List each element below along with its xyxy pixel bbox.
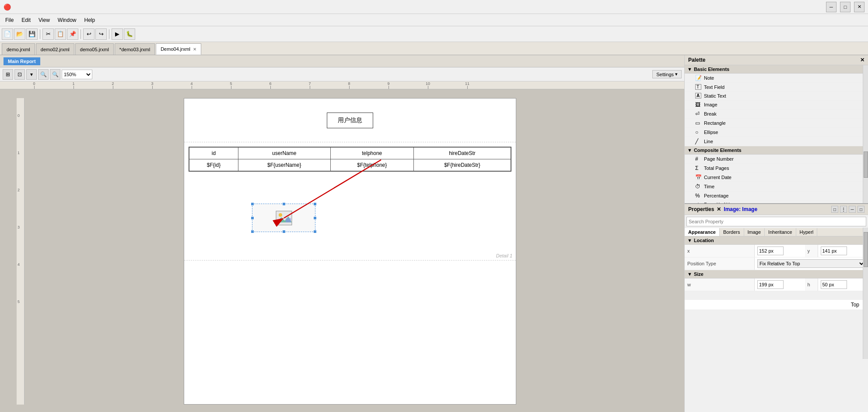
canvas-area[interactable]: 0 1 2 3 4 5 6 7 8 xyxy=(0,81,684,412)
resize-handle-bl[interactable] xyxy=(251,230,254,233)
prop-x-label: x xyxy=(685,245,755,257)
toolbar-cut[interactable]: ✂ xyxy=(42,28,54,40)
toolbar-undo[interactable]: ↩ xyxy=(83,28,94,40)
tab-inheritance[interactable]: Inheritance xyxy=(765,228,796,236)
toolbar-paste[interactable]: 📌 xyxy=(67,28,78,40)
property-search-input[interactable] xyxy=(686,217,866,226)
palette-item-line[interactable]: ╱ Line xyxy=(685,137,863,146)
toolbar-copy[interactable]: 📋 xyxy=(55,28,66,40)
resize-handle-br[interactable] xyxy=(313,230,317,233)
palette-close-button[interactable]: ✕ xyxy=(860,57,864,63)
toolbar-open[interactable]: 📂 xyxy=(14,28,25,40)
ruler-label-3: 3 xyxy=(151,81,153,86)
zoom-select[interactable]: 150% 50% 75% 100% 200% xyxy=(62,70,92,79)
ruler-v-label-0: 0 xyxy=(18,113,20,118)
editor-btn-zoom-drop[interactable]: ▾ xyxy=(26,69,37,80)
tab-demo03[interactable]: *demo03.jrxml xyxy=(115,43,155,55)
prop-w-input[interactable] xyxy=(757,280,784,289)
resize-handle-bc[interactable] xyxy=(282,230,286,233)
toolbar-save[interactable]: 💾 xyxy=(26,28,38,40)
tab-borders[interactable]: Borders xyxy=(720,228,744,236)
prop-y-input[interactable] xyxy=(821,246,847,255)
prop-h-input[interactable] xyxy=(821,280,847,289)
palette-item-statictext[interactable]: A Static Text xyxy=(685,92,863,100)
minimize-button[interactable]: ─ xyxy=(826,2,836,12)
palette-item-totalpages[interactable]: Σ Total Pages xyxy=(685,164,863,173)
menu-edit[interactable]: Edit xyxy=(18,16,34,24)
resize-handle-tc[interactable] xyxy=(282,202,286,206)
palette-item-break[interactable]: ⏎ Break xyxy=(685,109,863,119)
prop-x-input[interactable] xyxy=(757,246,784,255)
properties-scrollbar[interactable] xyxy=(863,228,868,359)
line-icon: ╱ xyxy=(695,138,701,144)
toolbar-redo[interactable]: ↪ xyxy=(95,28,107,40)
toolbar-debug[interactable]: 🐛 xyxy=(124,28,135,40)
file-tabs: demo.jrxml demo02.jrxml demo05.jrxml *de… xyxy=(0,42,868,55)
ruler-content: 0 1 2 3 4 5 6 7 8 xyxy=(8,81,684,89)
resize-handle-tl[interactable] xyxy=(251,202,254,206)
menu-window[interactable]: Window xyxy=(54,16,80,24)
settings-button[interactable]: Settings ▾ xyxy=(652,70,682,78)
palette-item-percentage[interactable]: % Percentage xyxy=(685,191,863,201)
maximize-button[interactable]: □ xyxy=(840,2,850,12)
resize-handle-tr[interactable] xyxy=(313,202,317,206)
prop-maximize-icon[interactable]: □ xyxy=(858,206,864,213)
menu-view[interactable]: View xyxy=(35,16,53,24)
menu-help[interactable]: Help xyxy=(81,16,99,24)
prop-y-label: y xyxy=(805,245,818,257)
tab-demo[interactable]: demo.jrxml xyxy=(2,43,35,55)
toolbar-new[interactable]: 📄 xyxy=(2,28,13,40)
image-placeholder-svg xyxy=(275,210,293,226)
palette-item-rectangle[interactable]: ▭ Rectangle xyxy=(685,119,863,128)
main-report-tab[interactable]: Main Report xyxy=(4,57,40,65)
tab-demo05[interactable]: demo05.jrxml xyxy=(75,43,114,55)
properties-title-area: Properties ✕ Image: Image xyxy=(688,206,757,212)
resize-handle-mr[interactable] xyxy=(313,216,317,220)
toolbar-preview[interactable]: ▶ xyxy=(112,28,123,40)
ruler-tick-7 xyxy=(310,86,310,89)
palette-item-time[interactable]: ⏱ Time xyxy=(685,182,863,191)
composite-elements-header[interactable]: ▼ Composite Elements xyxy=(685,146,863,155)
properties-tabs: Appearance Borders Image Inheritance Hyp… xyxy=(685,228,868,236)
palette-item-textfield[interactable]: T Text Field xyxy=(685,83,863,92)
palette-item-image[interactable]: 🖼 Image xyxy=(685,100,863,109)
palette-item-pagexofy[interactable]: p/n Page X of Y xyxy=(685,201,863,204)
col-id-header: id xyxy=(189,148,238,159)
close-button[interactable]: ✕ xyxy=(854,2,864,12)
tab-demo02[interactable]: demo02.jrxml xyxy=(36,43,74,55)
prop-minimize-icon[interactable]: ─ xyxy=(849,206,856,213)
editor-btn-zoom-in[interactable]: 🔍 xyxy=(50,69,60,80)
tab-image[interactable]: Image xyxy=(744,228,765,236)
ruler-label-9: 9 xyxy=(387,81,389,86)
prop-header-icon1[interactable]: □ xyxy=(831,206,838,213)
resize-handle-ml[interactable] xyxy=(251,216,254,220)
basic-elements-header[interactable]: ▼ Basic Elements xyxy=(685,65,863,74)
position-type-select[interactable]: Fix Relative To Top Float Fix Relative T… xyxy=(757,259,865,268)
palette-item-currentdate[interactable]: 📅 Current Date xyxy=(685,173,863,182)
editor-btn-grid[interactable]: ⊞ xyxy=(3,69,13,80)
size-group-header[interactable]: ▼ Size xyxy=(685,270,868,278)
palette-scrollbar-thumb[interactable] xyxy=(864,151,868,178)
menu-file[interactable]: File xyxy=(2,16,17,24)
ruler-tick-8 xyxy=(349,86,350,89)
ruler-tick-0 xyxy=(34,86,35,89)
palette-item-ellipse[interactable]: ○ Ellipse xyxy=(685,128,863,137)
tab-demo04[interactable]: Demo04.jrxml ✕ xyxy=(156,43,201,55)
palette-item-pagenumber[interactable]: # Page Number xyxy=(685,155,863,164)
prop-header-icon2[interactable]: ⋮ xyxy=(840,206,847,213)
prop-row-xy: x y xyxy=(685,245,868,257)
pagenumber-label: Page Number xyxy=(704,156,734,162)
palette-item-note[interactable]: 📝 Note xyxy=(685,74,863,83)
ruler-tick-1 xyxy=(74,86,74,89)
tab-close-icon[interactable]: ✕ xyxy=(193,47,196,52)
properties-scrollbar-thumb[interactable] xyxy=(864,232,868,267)
tab-hyperlink[interactable]: Hyperl xyxy=(796,228,818,236)
palette-header: Palette ✕ xyxy=(685,55,868,65)
tab-appearance[interactable]: Appearance xyxy=(685,228,720,236)
editor-btn-fit[interactable]: ⊡ xyxy=(14,69,25,80)
image-element[interactable] xyxy=(252,204,315,232)
title-box[interactable]: 用户信息 xyxy=(327,113,373,128)
editor-btn-zoom-out[interactable]: 🔍 xyxy=(38,69,49,80)
palette-scrollbar[interactable] xyxy=(863,65,868,204)
location-group-header[interactable]: ▼ Location xyxy=(685,236,868,245)
